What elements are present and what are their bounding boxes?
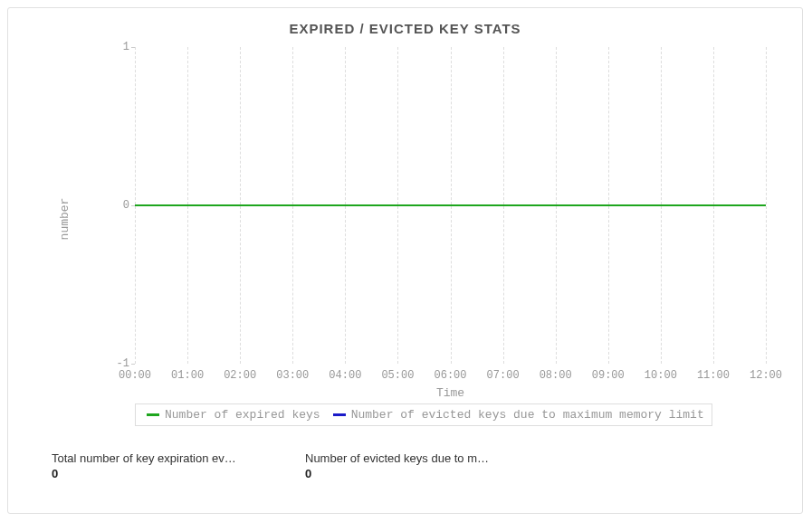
legend-swatch-expired: [147, 413, 159, 416]
x-tick: 08:00: [540, 369, 572, 382]
x-axis-ticks: 00:00 01:00 02:00 03:00 04:00 05:00 06:0…: [135, 369, 766, 384]
x-tick: 05:00: [381, 369, 414, 382]
chart-area: number 1 0 -1 00:00 0: [99, 38, 775, 400]
x-tick: 02:00: [224, 369, 256, 382]
x-tick: 00:00: [119, 369, 151, 382]
legend-swatch-evicted: [333, 413, 346, 416]
series-expired-line: [135, 204, 766, 206]
plot-area: [135, 47, 766, 364]
chart-legend: Number of expired keys Number of evicted…: [135, 403, 712, 426]
y-tick: 1: [99, 41, 129, 53]
stat-evicted-label: Number of evicted keys due to m…: [305, 451, 495, 465]
x-tick: 10:00: [645, 369, 677, 382]
x-axis-label: Time: [135, 386, 766, 400]
x-tick: 01:00: [171, 369, 204, 382]
x-tick: 11:00: [697, 369, 730, 382]
y-axis-label: number: [58, 198, 72, 241]
legend-label-evicted: Number of evicted keys due to maximum me…: [351, 408, 704, 422]
stat-expired: Total number of key expiration ev… 0: [52, 451, 242, 480]
stats-row: Total number of key expiration ev… 0 Num…: [52, 451, 784, 480]
stat-evicted: Number of evicted keys due to m… 0: [305, 451, 495, 480]
x-tick: 03:00: [276, 369, 309, 382]
stat-evicted-value: 0: [305, 467, 495, 480]
x-tick: 07:00: [487, 369, 520, 382]
x-tick: 04:00: [329, 369, 361, 382]
x-tick: 09:00: [592, 369, 625, 382]
y-axis-ticks: 1 0 -1: [99, 47, 129, 364]
y-tick: -1: [99, 357, 129, 370]
legend-label-expired: Number of expired keys: [165, 408, 320, 422]
stat-expired-value: 0: [52, 467, 242, 480]
chart-title: EXPIRED / EVICTED KEY STATS: [26, 21, 784, 36]
y-tick: 0: [99, 199, 129, 212]
stat-expired-label: Total number of key expiration ev…: [52, 451, 242, 465]
chart-panel: EXPIRED / EVICTED KEY STATS number 1 0 -…: [7, 7, 803, 514]
x-tick: 06:00: [434, 369, 466, 382]
x-tick: 12:00: [750, 369, 782, 382]
